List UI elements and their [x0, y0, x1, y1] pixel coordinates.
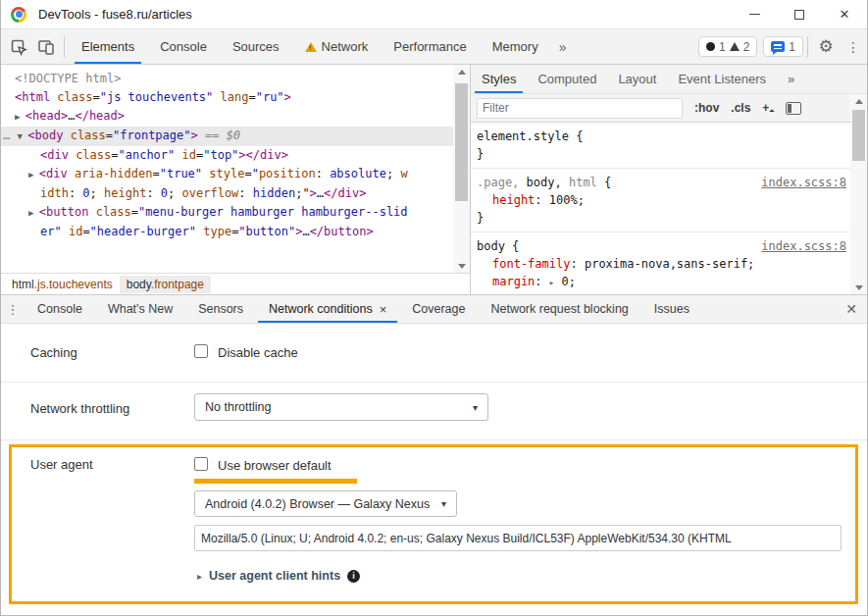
stylesheet-link[interactable]: index.scss:8	[761, 237, 846, 255]
close-button[interactable]: ✕	[822, 0, 867, 28]
code-token: margin	[492, 275, 535, 288]
toggle-class-button[interactable]: .cls	[731, 101, 750, 115]
toolbar-tab-console[interactable]: Console	[149, 29, 218, 64]
breadcrumb-item-body[interactable]: body.frontpage	[120, 276, 211, 293]
dom-tree-node[interactable]: <div class="anchor" id="top"></div>	[1, 146, 453, 165]
styles-scrollbar[interactable]	[850, 94, 867, 294]
code-token: class	[71, 128, 106, 142]
scroll-down-arrow[interactable]	[850, 281, 867, 294]
scrollbar-thumb[interactable]	[852, 110, 865, 161]
toolbar-tab-sources[interactable]: Sources	[222, 29, 290, 64]
toolbar-tab-elements[interactable]: Elements	[71, 29, 145, 64]
style-rule-line[interactable]: height: 100%;	[477, 191, 852, 209]
disable-cache-checkbox[interactable]	[194, 344, 208, 358]
drawer-tab-console[interactable]: Console	[25, 295, 95, 323]
scrollbar-track[interactable]	[850, 108, 867, 281]
toolbar-tab-label: Sources	[232, 39, 280, 54]
style-rule-line[interactable]: element.style {	[477, 128, 852, 145]
toolbar-tab-memory[interactable]: Memory	[482, 29, 549, 64]
user-agent-string-input[interactable]	[194, 525, 842, 551]
drawer-menu-icon[interactable]: ⋮	[1, 302, 25, 317]
dom-tree-node[interactable]: <html class="js touchevents" lang="ru">	[1, 88, 453, 107]
styles-tab-computed[interactable]: Computed	[527, 65, 607, 93]
devtools-window: DevTools - fuse8.ru/articles ✕ ElementsC…	[0, 0, 868, 616]
errors-warnings-badge[interactable]: 1 2	[698, 36, 757, 57]
maximize-icon	[794, 10, 804, 20]
drawer-tabs: ConsoleWhat's NewSensorsNetwork conditio…	[25, 295, 702, 323]
dom-tree-node[interactable]: ▶ <button class="menu-burger hamburger h…	[1, 203, 453, 223]
dom-tree-node[interactable]: ▶ <head>…</head>	[1, 107, 453, 127]
style-rule-line[interactable]: }	[477, 145, 852, 163]
more-panels-button[interactable]: »	[551, 39, 575, 55]
warning-icon	[730, 42, 740, 51]
style-rule-block: index.scss:8.page, body, html {height: 1…	[471, 169, 852, 232]
user-agent-select[interactable]: Android (4.0.2) Browser — Galaxy Nexus ▾	[194, 490, 457, 517]
scrollbar-thumb[interactable]	[455, 83, 468, 201]
styles-filter-input[interactable]	[477, 98, 683, 119]
style-rule-line[interactable]: }	[477, 209, 852, 227]
style-rule-line[interactable]: index.scss:8body {	[477, 237, 852, 255]
styles-more-tabs-button[interactable]: »	[777, 65, 805, 93]
drawer-tab-what-s-new[interactable]: What's New	[95, 295, 185, 323]
code-token: ;	[168, 186, 181, 200]
styles-tab-event-listeners[interactable]: Event Listeners	[667, 65, 777, 93]
elements-scrollbar[interactable]	[453, 65, 470, 273]
device-toolbar-icon[interactable]	[32, 34, 60, 60]
breadcrumb: html.js.toucheventsbody.frontpage	[1, 273, 470, 294]
settings-gear-icon[interactable]: ⚙	[812, 34, 840, 60]
breadcrumb-tag: html	[12, 278, 34, 291]
minimize-button[interactable]	[732, 0, 777, 28]
client-hints-row[interactable]: ▸ User agent client hints i	[197, 569, 360, 583]
use-browser-default-label[interactable]: Use browser default	[218, 458, 332, 473]
code-token: html	[562, 176, 597, 189]
style-rule-line[interactable]: font-family: proxima-nova,sans-serif;	[477, 255, 852, 273]
scroll-up-arrow[interactable]	[850, 94, 867, 108]
style-rule-line[interactable]: index.scss:8.page, body, html {	[477, 174, 852, 191]
styles-tab-layout[interactable]: Layout	[607, 65, 667, 93]
code-token: id	[182, 148, 196, 162]
drawer-tab-coverage[interactable]: Coverage	[399, 295, 478, 323]
drawer-tab-sensors[interactable]: Sensors	[185, 295, 256, 323]
drawer-close-icon[interactable]: ✕	[845, 301, 857, 317]
dom-tree-node[interactable]: idth: 0; height: 0; overflow: hidden;">……	[1, 184, 453, 203]
drawer-tab-issues[interactable]: Issues	[641, 295, 702, 323]
issue-count: 1	[789, 40, 795, 54]
use-browser-default-checkbox[interactable]	[194, 457, 208, 471]
code-token: body {	[477, 239, 519, 253]
dom-tree-node[interactable]: … ▼ <body class="frontpage"> == $0	[1, 127, 453, 146]
breadcrumb-item-html[interactable]: html.js.touchevents	[5, 276, 120, 293]
inspect-element-icon[interactable]	[5, 34, 32, 60]
network-throttling-label: Network throttling	[30, 401, 129, 416]
chevron-down-icon: ▾	[441, 498, 446, 509]
toolbar-tab-label: Network	[322, 39, 369, 54]
code-token: =	[131, 205, 138, 219]
issues-badge[interactable]: 1	[763, 36, 803, 57]
toolbar-divider	[64, 36, 65, 58]
computed-sidebar-toggle-icon[interactable]	[786, 102, 801, 115]
code-token	[62, 225, 69, 238]
stylesheet-link[interactable]: index.scss:8	[761, 174, 846, 191]
drawer-tab-network-request-blocking[interactable]: Network request blocking	[478, 295, 640, 323]
window-title: DevTools - fuse8.ru/articles	[38, 7, 192, 22]
maximize-button[interactable]	[777, 0, 822, 28]
toggle-hover-state-button[interactable]: :hov	[694, 101, 719, 115]
disable-cache-label[interactable]: Disable cache	[218, 345, 298, 360]
scrollbar-track[interactable]	[453, 78, 470, 259]
throttling-select[interactable]: No throttling ▾	[194, 393, 488, 421]
scroll-down-arrow[interactable]	[453, 259, 470, 273]
new-style-rule-button[interactable]: +	[762, 101, 774, 115]
code-token: idth	[40, 186, 69, 200]
drawer-tab-network-conditions[interactable]: Network conditions×	[256, 295, 399, 323]
dom-tree-node[interactable]: <!DOCTYPE html>	[1, 70, 453, 88]
style-rule-line[interactable]: margin: ▸ 0;	[477, 273, 852, 291]
toolbar-tab-performance[interactable]: Performance	[383, 29, 477, 64]
scroll-up-arrow[interactable]	[453, 65, 470, 78]
dom-tree-node[interactable]: er" id="header-burger" type="button">…</…	[1, 223, 453, 241]
kebab-menu-icon[interactable]: ⋮	[840, 34, 867, 60]
styles-tab-styles[interactable]: Styles	[471, 65, 527, 93]
code-token	[63, 128, 70, 142]
toolbar-tab-network[interactable]: !Network	[294, 29, 380, 64]
tab-close-icon[interactable]: ×	[380, 302, 387, 317]
code-token: :	[535, 275, 548, 288]
dom-tree-node[interactable]: ▶ <div aria-hidden="true" style="positio…	[1, 165, 453, 184]
